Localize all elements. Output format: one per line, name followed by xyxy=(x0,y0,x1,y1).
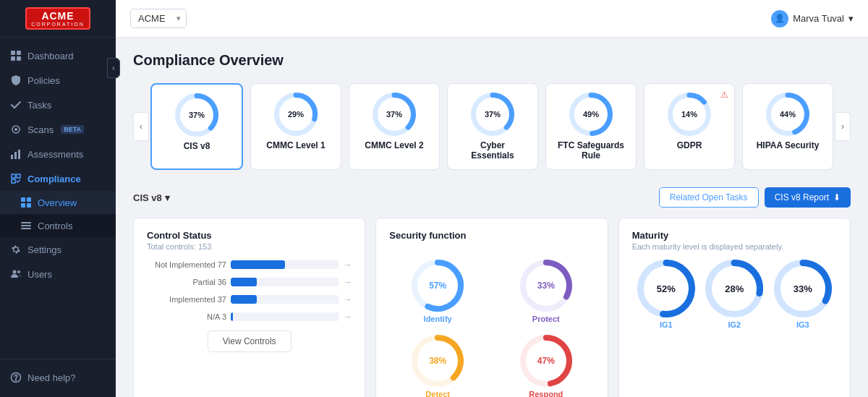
framework-card-cmmc1[interactable]: 29% CMMC Level 1 xyxy=(250,83,341,170)
view-controls-button[interactable]: View Controls xyxy=(208,330,292,352)
framework-donut-cis_v8: 37% xyxy=(175,93,218,137)
svg-rect-8 xyxy=(18,150,20,159)
sidebar: ACME CORPORATION Dashboard Policies Task… xyxy=(0,0,116,397)
framework-pct-cmmc2: 37% xyxy=(386,110,402,119)
sidebar-toggle[interactable]: ‹ xyxy=(107,58,120,78)
bar-arrow-icon[interactable]: → xyxy=(343,312,352,322)
control-row: Implemented 37 → xyxy=(147,294,352,304)
framework-card-cmmc2[interactable]: 37% CMMC Level 2 xyxy=(349,83,440,170)
framework-name-ftc: FTC Safeguards Rule xyxy=(556,140,626,161)
overview-label: Overview xyxy=(38,197,77,208)
framework-donut-cyber: 37% xyxy=(471,93,514,136)
security-function-card: Security function 57% Identify 33% Prote… xyxy=(375,218,608,397)
sf-label-respond: Respond xyxy=(529,390,563,397)
framework-name-cyber: Cyber Essentials xyxy=(458,140,527,161)
related-tasks-button[interactable]: Related Open Tasks xyxy=(659,187,759,208)
sidebar-item-users[interactable]: Users xyxy=(0,262,116,286)
control-bars: Not Implemented 77 → Partial 36 → Implem… xyxy=(147,260,352,322)
framework-name-hipaa: HIPAA Security xyxy=(757,140,820,150)
user-avatar: 👤 xyxy=(771,10,788,27)
svg-rect-15 xyxy=(21,228,31,229)
sidebar-item-dashboard[interactable]: Dashboard xyxy=(0,43,116,68)
sub-actions: Related Open Tasks CIS v8 Report ⬇ xyxy=(659,187,851,208)
framework-pct-cis_v8: 37% xyxy=(189,111,205,119)
maturity-pct-ig2: 28% xyxy=(725,283,744,294)
bar-fill xyxy=(231,312,233,321)
security-function-title: Security function xyxy=(389,230,594,241)
sidebar-item-settings[interactable]: Settings xyxy=(0,237,116,262)
carousel-next-button[interactable]: › xyxy=(835,112,851,141)
sf-label-protect: Protect xyxy=(532,315,560,323)
sidebar-item-overview[interactable]: Overview xyxy=(0,191,116,214)
compliance-submenu: Overview Controls xyxy=(0,191,116,237)
framework-card-hipaa[interactable]: 44% HIPAA Security xyxy=(742,83,833,170)
sidebar-users-label: Users xyxy=(27,269,52,280)
bar-arrow-icon[interactable]: → xyxy=(343,294,352,304)
framework-card-cis_v8[interactable]: 37% CIS v8 xyxy=(150,83,243,170)
maturity-item-ig3: 33% IG3 xyxy=(774,260,832,329)
bar-arrow-icon[interactable]: → xyxy=(343,260,352,270)
sf-item-respond: 47% Respond xyxy=(498,335,595,397)
sidebar-item-scans[interactable]: Scans BETA xyxy=(0,117,116,142)
users-icon xyxy=(10,268,22,280)
framework-card-ftc[interactable]: 49% FTC Safeguards Rule xyxy=(545,83,637,170)
sf-label-detect: Detect xyxy=(425,390,450,397)
sf-donut-protect: 33% xyxy=(520,260,572,312)
sf-donut-detect: 38% xyxy=(412,335,464,387)
sf-item-identify: 57% Identify xyxy=(389,260,486,323)
main-content: ACME ▾ 👤 Marva Tuval ▾ Compliance Overvi… xyxy=(116,0,868,397)
framework-donut-hipaa: 44% xyxy=(766,93,809,136)
need-help-item[interactable]: Need help? xyxy=(0,365,116,390)
org-selector[interactable]: ACME xyxy=(130,9,187,28)
user-menu[interactable]: 👤 Marva Tuval ▾ xyxy=(771,10,854,27)
bar-track xyxy=(231,260,339,269)
framework-alert-icon: ⚠ xyxy=(720,90,728,100)
maturity-item-ig1: 52% IG1 xyxy=(637,260,695,329)
svg-rect-11 xyxy=(21,203,25,208)
svg-rect-6 xyxy=(11,155,13,159)
control-row: N/A 3 → xyxy=(147,312,352,322)
sidebar-item-policies[interactable]: Policies xyxy=(0,68,116,93)
sidebar-item-tasks[interactable]: Tasks xyxy=(0,93,116,117)
maturity-pct-ig3: 33% xyxy=(793,283,812,294)
framework-carousel: ‹ 37% CIS v8 29% CMMC Level 1 37% CMMC L… xyxy=(133,80,851,173)
bar-chart-icon xyxy=(10,148,22,160)
page-title: Compliance Overview xyxy=(133,52,851,69)
bar-fill xyxy=(231,260,285,269)
sidebar-item-assessments[interactable]: Assessments xyxy=(0,142,116,166)
maturity-row: 52% IG1 28% IG2 33% IG3 xyxy=(632,260,837,329)
sidebar-dashboard-label: Dashboard xyxy=(27,51,74,61)
framework-name-gdpr: GDPR xyxy=(677,140,702,150)
controls-label: Controls xyxy=(38,221,72,231)
app-header: ACME ▾ 👤 Marva Tuval ▾ xyxy=(116,0,868,38)
framework-donut-gdpr: 14% xyxy=(668,93,711,136)
sf-donut-identify: 57% xyxy=(412,260,464,312)
sidebar-settings-label: Settings xyxy=(27,244,61,255)
sf-item-protect: 33% Protect xyxy=(498,260,595,323)
report-button[interactable]: CIS v8 Report ⬇ xyxy=(765,187,851,208)
sidebar-compliance-label: Compliance xyxy=(27,174,81,184)
logo-box: ACME CORPORATION xyxy=(25,7,90,30)
gear-icon xyxy=(10,244,22,255)
scans-beta-badge: BETA xyxy=(61,125,84,134)
maturity-label-ig3: IG3 xyxy=(796,320,809,329)
maturity-subtitle: Each maturity level is displayed separat… xyxy=(632,242,837,251)
framework-selector[interactable]: CIS v8 ▾ xyxy=(133,192,170,203)
sidebar-item-controls[interactable]: Controls xyxy=(0,214,116,237)
framework-donut-cmmc1: 29% xyxy=(274,93,318,136)
framework-card-gdpr[interactable]: ⚠ 14% GDPR xyxy=(644,83,735,170)
control-label: Implemented 37 xyxy=(147,295,226,304)
carousel-prev-button[interactable]: ‹ xyxy=(133,112,149,141)
sidebar-item-compliance[interactable]: Compliance xyxy=(0,166,116,191)
user-name: Marva Tuval xyxy=(793,13,844,24)
bar-track xyxy=(231,295,339,304)
framework-card-cyber[interactable]: 37% Cyber Essentials xyxy=(447,83,538,170)
framework-cards: 37% CIS v8 29% CMMC Level 1 37% CMMC Lev… xyxy=(149,80,835,173)
svg-rect-0 xyxy=(11,51,15,55)
svg-rect-2 xyxy=(11,56,15,61)
control-label: N/A 3 xyxy=(147,312,226,321)
bar-arrow-icon[interactable]: → xyxy=(343,277,352,287)
maturity-donut-ig3: 33% xyxy=(774,260,832,317)
sf-label-identify: Identify xyxy=(424,315,452,323)
sf-item-detect: 38% Detect xyxy=(389,335,486,397)
